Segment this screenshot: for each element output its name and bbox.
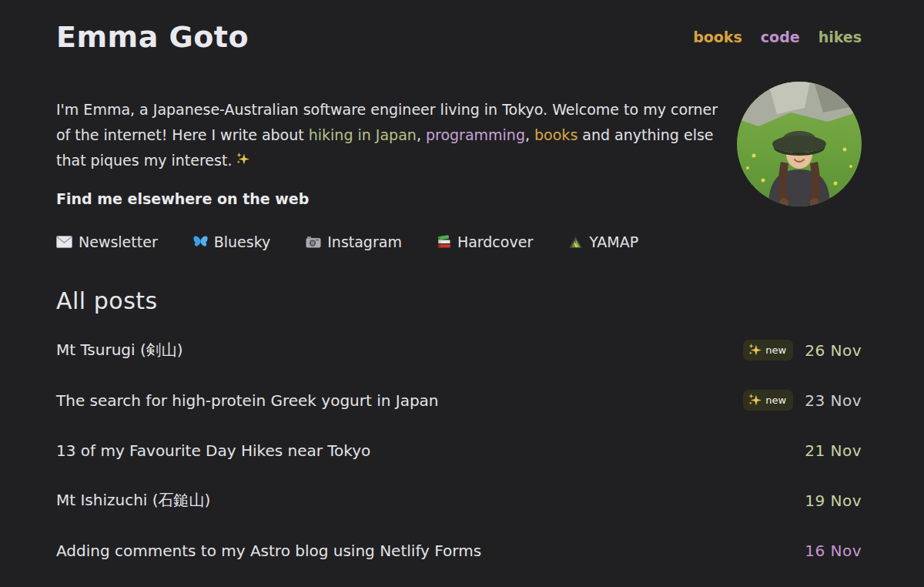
mountain-icon <box>568 236 583 249</box>
post-title-link[interactable]: 13 of my Favourite Day Hikes near Tokyo <box>56 441 370 460</box>
intro-link[interactable]: programming <box>426 126 525 143</box>
nav-link-code[interactable]: code <box>761 29 800 45</box>
intro-link[interactable]: books <box>534 126 578 143</box>
sparkles-icon <box>748 394 762 407</box>
new-badge-label: new <box>765 344 786 356</box>
post-date: 19 Nov <box>805 491 862 510</box>
sparkles-icon <box>748 344 762 357</box>
post-meta: 21 Nov <box>805 441 862 460</box>
social-link-label: Hardcover <box>457 233 533 250</box>
social-link-yamap[interactable]: YAMAP <box>568 233 638 250</box>
social-item: Bluesky <box>193 233 271 252</box>
avatar <box>737 82 862 206</box>
post-list: Mt Tsurugi (剣山)new26 NovThe search for h… <box>56 325 862 575</box>
all-posts-heading: All posts <box>56 287 862 314</box>
new-badge: new <box>743 340 793 361</box>
intro-text: , <box>417 126 426 143</box>
post-date: 21 Nov <box>805 441 862 460</box>
social-item: YAMAP <box>568 233 638 252</box>
social-link-newsletter[interactable]: Newsletter <box>56 233 158 250</box>
post-title-link[interactable]: Mt Tsurugi (剣山) <box>56 340 183 361</box>
site-title[interactable]: Emma Goto <box>56 20 249 54</box>
books-icon <box>437 235 451 249</box>
hero-section: I'm Emma, a Japanese-Australian software… <box>56 89 862 252</box>
post-meta: 16 Nov <box>805 542 862 560</box>
nav-link-books[interactable]: books <box>693 29 742 45</box>
new-badge: new <box>743 390 793 411</box>
butterfly-icon <box>193 236 208 249</box>
new-badge-label: new <box>765 394 786 406</box>
social-link-label: YAMAP <box>589 233 638 250</box>
post-row: 13 of my Favourite Day Hikes near Tokyo2… <box>56 425 862 475</box>
social-links: NewsletterBlueskyInstagramHardcoverYAMAP <box>56 233 726 252</box>
post-date: 23 Nov <box>805 391 862 410</box>
social-item: Instagram <box>306 233 402 252</box>
profile-photo <box>737 82 862 206</box>
post-title-link[interactable]: The search for high-protein Greek yogurt… <box>56 391 439 410</box>
top-nav: bookscodehikes <box>693 29 862 45</box>
social-link-instagram[interactable]: Instagram <box>306 233 402 250</box>
page: Emma Goto bookscodehikes I'm Emma, a Jap… <box>0 0 924 587</box>
sparkles-icon <box>236 153 249 166</box>
social-item: Newsletter <box>56 233 158 252</box>
intro-text: , <box>525 126 534 143</box>
intro-link[interactable]: hiking in Japan <box>309 126 417 143</box>
post-title-link[interactable]: Adding comments to my Astro blog using N… <box>56 542 481 560</box>
post-date: 26 Nov <box>805 341 862 360</box>
hero-left: I'm Emma, a Japanese-Australian software… <box>56 89 726 252</box>
nav-link-hikes[interactable]: hikes <box>819 29 862 45</box>
envelope-icon <box>56 236 72 248</box>
social-item: Hardcover <box>437 233 533 252</box>
social-link-label: Bluesky <box>214 233 271 250</box>
post-row: The search for high-protein Greek yogurt… <box>56 375 862 425</box>
post-meta: new23 Nov <box>743 390 862 411</box>
post-row: Adding comments to my Astro blog using N… <box>56 525 862 575</box>
intro-paragraph: I'm Emma, a Japanese-Australian software… <box>56 97 726 173</box>
find-me-heading: Find me elsewhere on the web <box>56 190 726 207</box>
post-row: Mt Ishizuchi (石鎚山)19 Nov <box>56 475 862 525</box>
social-link-hardcover[interactable]: Hardcover <box>437 233 533 250</box>
post-date: 16 Nov <box>805 542 862 560</box>
post-title-link[interactable]: Mt Ishizuchi (石鎚山) <box>56 490 210 511</box>
header: Emma Goto bookscodehikes <box>56 20 862 54</box>
camera-icon <box>306 236 321 248</box>
post-meta: 19 Nov <box>805 491 862 510</box>
social-link-label: Instagram <box>327 233 402 250</box>
post-meta: new26 Nov <box>743 340 862 361</box>
social-link-label: Newsletter <box>79 233 158 250</box>
post-row: Mt Tsurugi (剣山)new26 Nov <box>56 325 862 375</box>
social-link-bluesky[interactable]: Bluesky <box>193 233 271 250</box>
